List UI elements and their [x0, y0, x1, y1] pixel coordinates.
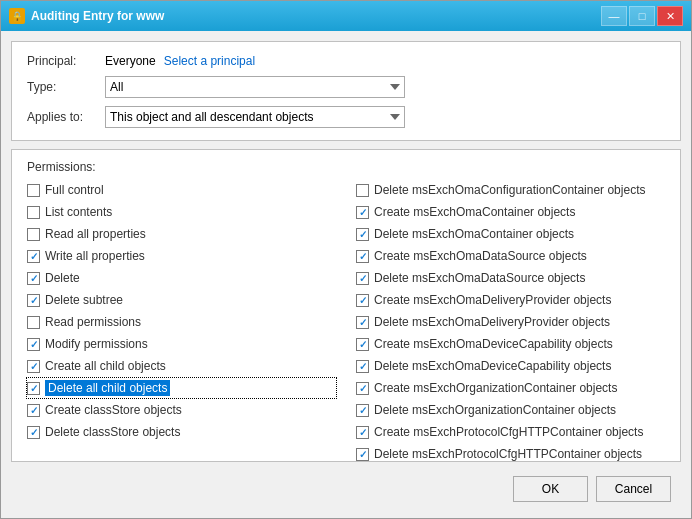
list-item: Create msExchProtocolCfgHTTPContainer ob… — [356, 422, 665, 442]
perm-checkbox[interactable] — [356, 338, 369, 351]
perm-checkbox[interactable] — [27, 184, 40, 197]
applies-to-row: Applies to: This object and all descenda… — [27, 106, 665, 128]
list-item: Create msExchOmaContainer objects — [356, 202, 665, 222]
main-window: 🔒 Auditing Entry for www — □ ✕ Principal… — [0, 0, 692, 519]
perm-label: Write all properties — [45, 249, 145, 263]
perm-label: Read permissions — [45, 315, 141, 329]
window-icon: 🔒 — [9, 8, 25, 24]
perm-checkbox[interactable] — [356, 426, 369, 439]
perm-checkbox[interactable] — [27, 382, 40, 395]
principal-value: Everyone — [105, 54, 156, 68]
list-item: Write all properties — [27, 246, 336, 266]
select-principal-link[interactable]: Select a principal — [164, 54, 255, 68]
list-item: Read permissions — [27, 312, 336, 332]
list-item: Read all properties — [27, 224, 336, 244]
window-title: Auditing Entry for www — [31, 9, 164, 23]
cancel-button[interactable]: Cancel — [596, 476, 671, 502]
perm-checkbox[interactable] — [27, 250, 40, 263]
perm-label: Delete — [45, 271, 80, 285]
permissions-title: Permissions: — [12, 150, 680, 180]
perm-label: Delete msExchOmaDataSource objects — [374, 271, 585, 285]
type-row: Type: All Success Fail — [27, 76, 665, 98]
perm-checkbox[interactable] — [27, 404, 40, 417]
perm-label: Read all properties — [45, 227, 146, 241]
perm-checkbox[interactable] — [27, 360, 40, 373]
list-item: Create classStore objects — [27, 400, 336, 420]
applies-to-select[interactable]: This object and all descendant objects T… — [105, 106, 405, 128]
list-item: Delete all child objects — [27, 378, 336, 398]
perm-checkbox[interactable] — [356, 404, 369, 417]
list-item: Modify permissions — [27, 334, 336, 354]
perm-label: Delete msExchOrganizationContainer objec… — [374, 403, 616, 417]
perm-checkbox[interactable] — [356, 382, 369, 395]
list-item: Create msExchOrganizationContainer objec… — [356, 378, 665, 398]
type-select[interactable]: All Success Fail — [105, 76, 405, 98]
perm-label: Create msExchOmaContainer objects — [374, 205, 575, 219]
list-item: Delete — [27, 268, 336, 288]
list-item: Create msExchOmaDataSource objects — [356, 246, 665, 266]
list-item: Delete msExchOmaDeviceCapability objects — [356, 356, 665, 376]
perm-checkbox[interactable] — [27, 338, 40, 351]
close-button[interactable]: ✕ — [657, 6, 683, 26]
perm-label: Delete msExchOmaDeliveryProvider objects — [374, 315, 610, 329]
list-item: Delete classStore objects — [27, 422, 336, 442]
list-item: Delete msExchOmaContainer objects — [356, 224, 665, 244]
type-label: Type: — [27, 80, 97, 94]
perm-checkbox[interactable] — [356, 206, 369, 219]
list-item: Create msExchOmaDeviceCapability objects — [356, 334, 665, 354]
perm-label: Create all child objects — [45, 359, 166, 373]
perm-label: Create msExchOmaDeliveryProvider objects — [374, 293, 611, 307]
list-item: Delete msExchOrganizationContainer objec… — [356, 400, 665, 420]
title-bar: 🔒 Auditing Entry for www — □ ✕ — [1, 1, 691, 31]
perm-checkbox[interactable] — [27, 426, 40, 439]
perm-checkbox[interactable] — [27, 272, 40, 285]
title-bar-buttons: — □ ✕ — [601, 6, 683, 26]
perm-label: Delete msExchOmaConfigurationContainer o… — [374, 183, 645, 197]
list-item: Delete msExchProtocolCfgHTTPContainer ob… — [356, 444, 665, 461]
perm-label: Create msExchOrganizationContainer objec… — [374, 381, 617, 395]
perm-checkbox[interactable] — [356, 360, 369, 373]
dialog-content: Principal: Everyone Select a principal T… — [1, 31, 691, 518]
list-item: Full control — [27, 180, 336, 200]
perm-label: Create msExchProtocolCfgHTTPContainer ob… — [374, 425, 643, 439]
perm-label: Delete msExchOmaDeviceCapability objects — [374, 359, 611, 373]
perm-label: Create msExchOmaDeviceCapability objects — [374, 337, 613, 351]
perm-label: Delete all child objects — [45, 380, 170, 396]
perm-checkbox[interactable] — [27, 228, 40, 241]
perm-label: Full control — [45, 183, 104, 197]
perm-checkbox[interactable] — [27, 294, 40, 307]
list-item: Delete subtree — [27, 290, 336, 310]
perm-checkbox[interactable] — [27, 206, 40, 219]
perm-label: Create classStore objects — [45, 403, 182, 417]
permissions-panel: Permissions: Full control Delete msExchO… — [11, 149, 681, 462]
perm-checkbox[interactable] — [356, 448, 369, 461]
list-item: Create msExchOmaDeliveryProvider objects — [356, 290, 665, 310]
list-item: Delete msExchOmaDataSource objects — [356, 268, 665, 288]
perm-label: Delete msExchProtocolCfgHTTPContainer ob… — [374, 447, 642, 461]
permissions-grid: Full control Delete msExchOmaConfigurati… — [12, 180, 680, 461]
perm-label: Modify permissions — [45, 337, 148, 351]
perm-checkbox[interactable] — [356, 228, 369, 241]
perm-label: Delete classStore objects — [45, 425, 180, 439]
perm-label: Create msExchOmaDataSource objects — [374, 249, 587, 263]
applies-to-label: Applies to: — [27, 110, 97, 124]
perm-checkbox[interactable] — [356, 272, 369, 285]
principal-row: Principal: Everyone Select a principal — [27, 54, 665, 68]
list-item: Delete msExchOmaDeliveryProvider objects — [356, 312, 665, 332]
perm-checkbox[interactable] — [356, 316, 369, 329]
list-item: List contents — [27, 202, 336, 222]
list-item: Create all child objects — [27, 356, 336, 376]
perm-checkbox[interactable] — [356, 250, 369, 263]
list-item: Delete msExchOmaConfigurationContainer o… — [356, 180, 665, 200]
maximize-button[interactable]: □ — [629, 6, 655, 26]
minimize-button[interactable]: — — [601, 6, 627, 26]
ok-button[interactable]: OK — [513, 476, 588, 502]
title-bar-left: 🔒 Auditing Entry for www — [9, 8, 164, 24]
bottom-bar: OK Cancel — [11, 470, 681, 508]
perm-checkbox[interactable] — [356, 294, 369, 307]
perm-label: List contents — [45, 205, 112, 219]
principal-label: Principal: — [27, 54, 97, 68]
perm-checkbox[interactable] — [27, 316, 40, 329]
perm-checkbox[interactable] — [356, 184, 369, 197]
perm-label: Delete msExchOmaContainer objects — [374, 227, 574, 241]
